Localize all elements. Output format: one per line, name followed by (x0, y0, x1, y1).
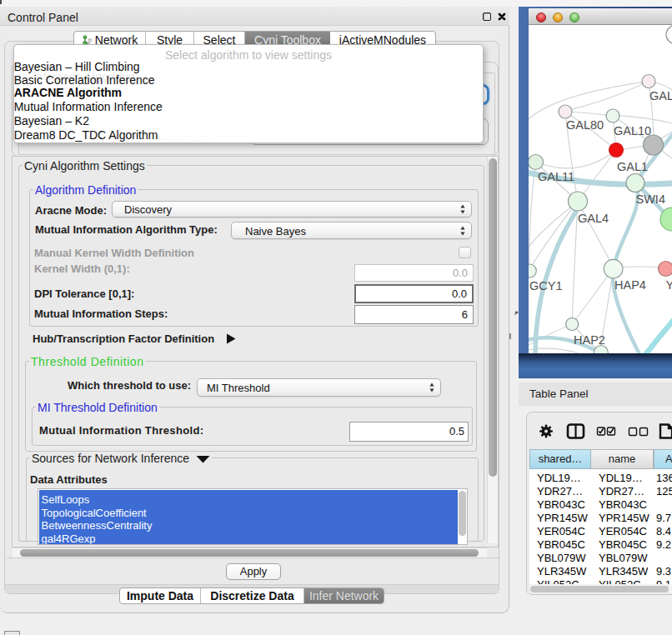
svg-text:GAL1: GAL1 (617, 160, 648, 173)
svg-text:YEL: YEL (666, 278, 672, 292)
svg-text:GAL80: GAL80 (566, 118, 604, 132)
svg-text:GAL11: GAL11 (538, 170, 574, 183)
svg-text:GCY1: GCY1 (529, 279, 563, 292)
svg-text:HAP2: HAP2 (574, 333, 605, 347)
svg-text:GAL7: GAL7 (649, 89, 672, 102)
svg-text:SWI4: SWI4 (636, 192, 665, 206)
svg-text:GAL4: GAL4 (578, 212, 609, 225)
svg-text:HAP4: HAP4 (614, 278, 646, 292)
svg-text:GAL10: GAL10 (614, 124, 651, 138)
